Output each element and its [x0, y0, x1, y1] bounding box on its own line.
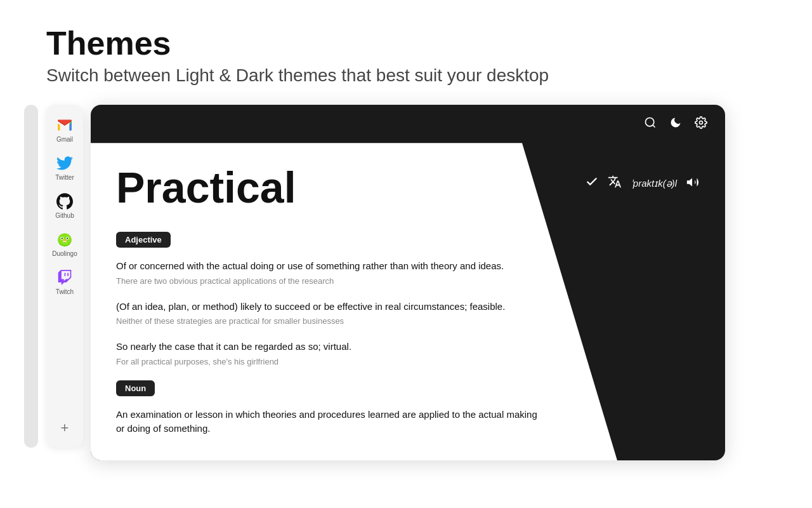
definition-2-example: Neither of these strategies are practica…	[116, 316, 700, 326]
header: Themes Switch between Light & Dark theme…	[0, 0, 812, 98]
definition-1-example: There are two obvious practical applicat…	[116, 276, 700, 286]
sidebar-item-duolingo[interactable]: Duolingo	[46, 224, 83, 262]
sidebar-item-gmail-label: Gmail	[56, 136, 73, 143]
noun-definition-1: An examination or lesson in which theori…	[116, 408, 700, 436]
svg-marker-11	[687, 178, 692, 186]
page-subtitle: Switch between Light & Dark themes that …	[46, 65, 766, 86]
duolingo-icon	[56, 231, 74, 248]
add-app-button[interactable]: +	[46, 413, 83, 443]
definition-1: Of or concerned with the actual doing or…	[116, 259, 700, 286]
gmail-icon	[56, 116, 74, 134]
svg-point-10	[700, 121, 703, 124]
definition-3-text: So nearly the case that it can be regard…	[116, 340, 547, 354]
adjective-badge: Adjective	[116, 232, 171, 248]
github-icon	[56, 192, 74, 210]
scroll-indicator	[24, 105, 38, 448]
search-icon[interactable]	[644, 116, 657, 132]
moon-icon[interactable]	[669, 116, 682, 132]
phonetics-row: ˈpraktɪk(ə)l	[585, 175, 700, 192]
main-area: Gmail Twitter Github	[46, 105, 812, 460]
svg-point-5	[67, 237, 68, 239]
sidebar-item-duolingo-label: Duolingo	[52, 250, 77, 257]
sound-icon[interactable]	[686, 175, 700, 192]
noun-badge: Noun	[116, 380, 155, 396]
sidebar-item-twitch-label: Twitch	[56, 288, 74, 295]
top-bar	[91, 105, 725, 143]
sidebar-item-twitter-label: Twitter	[55, 174, 74, 181]
twitch-icon	[56, 269, 74, 286]
sidebar-item-github[interactable]: Github	[46, 186, 83, 224]
definition-3: So nearly the case that it can be regard…	[116, 340, 700, 366]
sidebar-item-twitter[interactable]: Twitter	[46, 148, 83, 186]
settings-icon[interactable]	[695, 116, 707, 132]
svg-point-4	[62, 237, 63, 239]
sidebar-item-gmail[interactable]: Gmail	[46, 110, 83, 148]
definition-2-text: (Of an idea, plan, or method) likely to …	[116, 300, 547, 314]
sidebar: Gmail Twitter Github	[46, 105, 83, 448]
definition-3-example: For all practical purposes, she's his gi…	[116, 357, 700, 366]
noun-definition-1-text: An examination or lesson in which theori…	[116, 408, 547, 436]
phonetic-text: ˈpraktɪk(ə)l	[631, 178, 677, 189]
svg-line-9	[653, 125, 655, 128]
definition-1-text: Of or concerned with the actual doing or…	[116, 259, 547, 274]
svg-point-7	[63, 239, 66, 241]
noun-section: Noun An examination or lesson in which t…	[116, 380, 700, 436]
plus-icon: +	[61, 420, 69, 436]
app-window: Practical ˈpraktɪk(ə)l	[91, 105, 725, 460]
word-title: Practical	[116, 166, 296, 209]
twitter-icon	[56, 154, 74, 172]
adjective-section: Adjective Of or concerned with the actua…	[116, 232, 700, 366]
definition-2: (Of an idea, plan, or method) likely to …	[116, 300, 700, 326]
content-layer: Practical ˈpraktɪk(ə)l	[91, 143, 725, 460]
svg-point-8	[646, 117, 654, 126]
sidebar-item-github-label: Github	[55, 212, 74, 219]
sidebar-item-twitch[interactable]: Twitch	[46, 262, 83, 300]
translate-icon[interactable]	[608, 175, 622, 192]
page-title: Themes	[46, 25, 766, 62]
check-icon[interactable]	[585, 175, 599, 192]
